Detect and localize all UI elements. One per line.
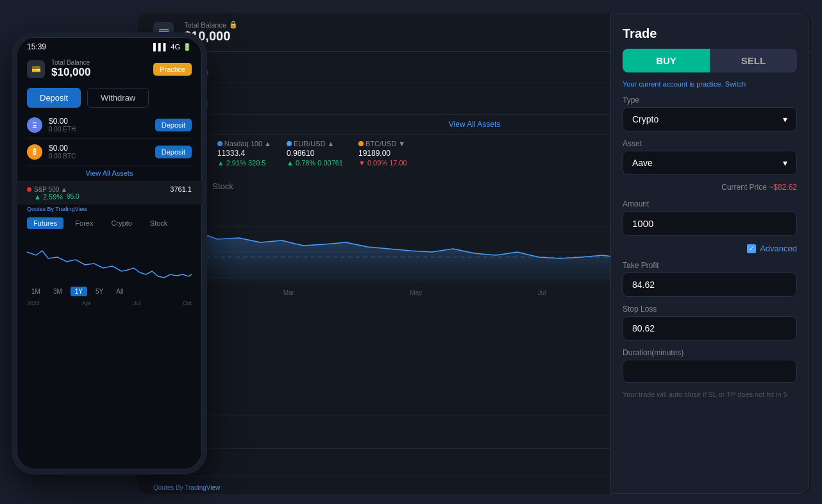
phone-deposit-button[interactable]: Deposit: [27, 88, 81, 108]
phone-btc-deposit-button[interactable]: Deposit: [155, 146, 192, 158]
advanced-checkbox[interactable]: ✓: [747, 244, 756, 253]
phone-wallet-icon: 💳: [27, 60, 45, 78]
phone-btc-asset: ₿ $0.00 0.00 BTC Deposit: [27, 139, 192, 165]
eur-change: ▲ 0.78% 0.00761: [287, 159, 343, 167]
phone-sp500-dot: [27, 187, 31, 192]
chart-tab-stock[interactable]: Stock: [203, 178, 242, 194]
asset-label: Asset: [623, 139, 797, 148]
phone-eth-asset: Ξ $0.00 0.00 ETH Deposit: [27, 112, 192, 139]
amount-field-group: Amount 1000: [623, 199, 797, 236]
phone-btc-icon: ₿: [27, 144, 42, 160]
phone-status-bar: 15:39 ▌▌▌ 4G 🔋: [17, 37, 202, 54]
lock-icon: 🔒: [229, 21, 238, 29]
phone-actions: Deposit Withdraw: [17, 84, 202, 112]
phone-view-all-link[interactable]: View All Assets: [17, 165, 202, 181]
phone-eth-icon: Ξ: [27, 117, 42, 133]
phone-balance-label: Total Balance: [51, 59, 90, 66]
phone-ticker-name: S&P 500 ▲: [34, 186, 67, 193]
phone-content: 💳 Total Balance $10,000 Practice Deposit…: [17, 54, 202, 469]
nasdaq-ticker: Nasdaq 100 ▲ 11333.4 ▲ 2.91% 320.5: [217, 140, 271, 167]
take-profit-label: Take Profit: [623, 261, 797, 270]
type-dropdown-arrow: ▾: [783, 114, 787, 124]
phone-eth-crypto: 0.00 ETH: [49, 126, 149, 133]
btc-value: 19189.00: [358, 149, 407, 158]
nasdaq-value: 11333.4: [217, 149, 271, 158]
phone-balance-group: Total Balance $10,000: [51, 59, 90, 79]
asset-dropdown-arrow: ▾: [783, 158, 787, 168]
sell-button[interactable]: SELL: [710, 49, 797, 72]
phone-chart-svg: [27, 233, 192, 284]
battery-icon: 🔋: [183, 43, 192, 51]
phone-practice-badge[interactable]: Practice: [153, 63, 192, 76]
asset-dropdown[interactable]: Aave ▾: [623, 151, 797, 175]
phone-chart-area: [27, 233, 192, 284]
phone-tab-forex[interactable]: Forex: [69, 217, 99, 229]
practice-note: Your current account is practice. Switch: [623, 80, 797, 88]
phone-tab-futures[interactable]: Futures: [27, 217, 63, 229]
switch-link[interactable]: Switch: [725, 80, 746, 88]
btc-ticker: BTC/USD ▼ 19189.00 ▼ 0.09% 17.00: [358, 140, 407, 167]
stop-loss-group: Stop Loss 80.62: [623, 305, 797, 340]
duration-group: Duration(minutes): [623, 348, 797, 383]
phone-eth-deposit-button[interactable]: Deposit: [155, 119, 192, 131]
phone-btc-details: $0.00 0.00 BTC: [49, 144, 149, 160]
current-price-row: Current Price ~$82.62: [623, 183, 797, 192]
trade-panel: Trade BUY SELL Your current account is p…: [610, 13, 809, 494]
phone-assets: Ξ $0.00 0.00 ETH Deposit ₿ $0.00 0.00 BT…: [17, 112, 202, 165]
buy-button[interactable]: BUY: [623, 49, 710, 72]
amount-label: Amount: [623, 199, 797, 208]
phone-tab-stock[interactable]: Stock: [144, 217, 174, 229]
phone-x-labels: 2022 Apr Jul Oct: [17, 299, 202, 308]
btcusd-dot: [358, 141, 364, 146]
asset-field-group: Asset Aave ▾: [623, 139, 797, 175]
eur-ticker: EUR/USD ▲ 0.98610 ▲ 0.78% 0.00761: [287, 140, 343, 167]
phone-eth-details: $0.00 0.00 ETH: [49, 117, 149, 133]
take-profit-input[interactable]: 84.62: [623, 273, 797, 297]
amount-input[interactable]: 1000: [623, 211, 797, 236]
take-profit-group: Take Profit 84.62: [623, 261, 797, 297]
phone-btc-crypto: 0.00 BTC: [49, 153, 149, 160]
phone-ticker-row: S&P 500 ▲ 3761.1: [27, 185, 192, 193]
stop-loss-input[interactable]: 80.62: [623, 316, 797, 340]
phone-time: 15:39: [27, 42, 46, 51]
phone-ticker-change-row: ▲ 2.59% 95.0: [27, 193, 192, 201]
eur-value: 0.98610: [287, 149, 343, 158]
type-field-group: Type Crypto ▾: [623, 96, 797, 131]
advanced-row[interactable]: ✓ Advanced: [623, 244, 797, 253]
mobile-phone: 15:39 ▌▌▌ 4G 🔋 💳 Total Balance $10,000 P…: [12, 32, 207, 475]
phone-btc-amount: $0.00: [49, 144, 149, 153]
network-type: 4G: [171, 43, 180, 51]
trade-title: Trade: [623, 26, 797, 41]
current-price-value: ~$82.62: [769, 183, 797, 192]
phone-top-bar: 💳 Total Balance $10,000 Practice: [17, 54, 202, 84]
phone-balance-amount: $10,000: [51, 66, 90, 79]
phone-eth-amount: $0.00: [49, 117, 149, 126]
phone-time-buttons: 1M 3M 1Y 5Y All: [17, 284, 202, 299]
duration-input[interactable]: [623, 360, 797, 383]
auto-close-note: Your trade will auto close if SL or TP d…: [623, 391, 797, 398]
btc-change: ▼ 0.09% 17.00: [358, 159, 407, 167]
phone-time-1y[interactable]: 1Y: [71, 287, 87, 296]
nasdaq-change: ▲ 2.91% 320.5: [217, 159, 271, 167]
current-price-label: Current Price: [721, 183, 767, 192]
phone-tab-crypto[interactable]: Crypto: [105, 217, 138, 229]
stop-loss-label: Stop Loss: [623, 305, 797, 314]
buy-sell-row: BUY SELL: [623, 49, 797, 72]
phone-status-icons: ▌▌▌ 4G 🔋: [153, 43, 192, 51]
phone-time-all[interactable]: All: [112, 287, 128, 296]
phone-withdraw-button[interactable]: Withdraw: [87, 88, 149, 108]
signal-bars: ▌▌▌: [153, 43, 168, 51]
type-dropdown[interactable]: Crypto ▾: [623, 107, 797, 131]
phone-ticker-price: 3761.1: [170, 185, 192, 193]
phone-time-1m[interactable]: 1M: [27, 287, 45, 296]
phone-ticker-change: ▲ 2.59%: [34, 193, 63, 201]
type-label: Type: [623, 96, 797, 105]
phone-time-5y[interactable]: 5Y: [91, 287, 108, 296]
phone-time-3m[interactable]: 3M: [49, 287, 67, 296]
phone-ticker-sub: 95.0: [67, 193, 79, 201]
eur-dot: [287, 141, 292, 146]
nasdaq-dot: [217, 141, 222, 146]
phone-qoutes-label: Qoutes By TradingView: [17, 205, 202, 214]
phone-chart-tabs: Futures Forex Crypto Stock: [17, 214, 202, 233]
duration-label: Duration(minutes): [623, 348, 797, 357]
